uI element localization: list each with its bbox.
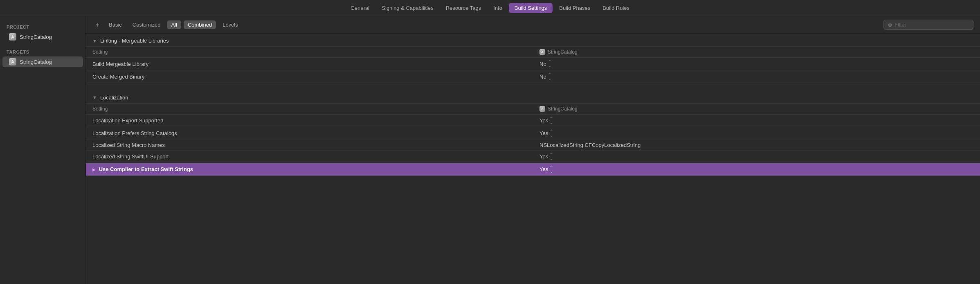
stepper-arrows[interactable]: ⌃⌄ bbox=[550, 153, 553, 161]
tab-build-phases[interactable]: Build Phases bbox=[553, 3, 596, 13]
table-row: Localization Export Supported Yes ⌃⌄ bbox=[86, 114, 980, 127]
stepper-arrows[interactable]: ⌃⌄ bbox=[548, 60, 551, 68]
setting-value: NSLocalizedString CFCopyLocalizedString bbox=[533, 140, 980, 150]
section-chevron-localization[interactable]: ▼ bbox=[92, 95, 97, 100]
col-header-setting-linking: Setting bbox=[86, 47, 533, 58]
content-area: + Basic Customized All Combined Levels ⊜… bbox=[86, 16, 980, 284]
filter-levels-button[interactable]: Levels bbox=[218, 20, 242, 29]
setting-value[interactable]: No ⌃⌄ bbox=[533, 58, 980, 70]
tab-build-settings[interactable]: Build Settings bbox=[509, 3, 553, 13]
expand-icon[interactable]: ▶ bbox=[92, 167, 96, 172]
setting-value[interactable]: Yes ⌃⌄ bbox=[533, 127, 980, 140]
tab-signing[interactable]: Signing & Capabilities bbox=[376, 3, 439, 13]
sidebar-target-label: StringCatalog bbox=[20, 59, 52, 65]
section-chevron-linking[interactable]: ▼ bbox=[92, 38, 97, 43]
setting-value[interactable]: No ⌃⌄ bbox=[533, 70, 980, 83]
setting-name: Localization Export Supported bbox=[86, 114, 533, 127]
col-target-label-localization: StringCatalog bbox=[548, 106, 578, 112]
section-header-localization: ▼ Localization bbox=[86, 90, 980, 104]
sidebar: PROJECT A StringCatalog TARGETS A String… bbox=[0, 16, 86, 284]
tab-info[interactable]: Info bbox=[488, 3, 508, 13]
filter-basic-button[interactable]: Basic bbox=[105, 20, 126, 29]
filter-combined-button[interactable]: Combined bbox=[184, 20, 216, 29]
sidebar-item-project[interactable]: A StringCatalog bbox=[2, 32, 83, 42]
table-row: Create Merged Binary No ⌃⌄ bbox=[86, 70, 980, 83]
table-row: Localized String Macro Names NSLocalized… bbox=[86, 140, 980, 150]
section-title-localization: Localization bbox=[100, 95, 128, 101]
targets-section-label: TARGETS bbox=[0, 47, 85, 56]
stepper-arrows[interactable]: ⌃⌄ bbox=[550, 129, 553, 137]
top-tab-bar: General Signing & Capabilities Resource … bbox=[0, 0, 980, 16]
stepper-arrows-highlighted[interactable]: ⌃⌄ bbox=[550, 165, 553, 174]
setting-value-highlighted[interactable]: Yes ⌃⌄ bbox=[533, 163, 980, 176]
setting-name-highlighted: ▶ Use Compiler to Extract Swift Strings bbox=[86, 163, 533, 176]
col-header-target-linking: A StringCatalog bbox=[533, 47, 980, 58]
section-gap bbox=[86, 83, 980, 90]
col-target-icon-linking: A bbox=[539, 49, 545, 55]
table-row: Localized String SwiftUI Support Yes ⌃⌄ bbox=[86, 150, 980, 163]
table-row-highlighted[interactable]: ▶ Use Compiler to Extract Swift Strings … bbox=[86, 163, 980, 176]
setting-name: Build Mergeable Library bbox=[86, 58, 533, 70]
settings-table-localization: Setting A StringCatalog Localization Exp… bbox=[86, 104, 980, 176]
filter-box: ⊜ bbox=[883, 20, 973, 30]
sidebar-project-label: StringCatalog bbox=[20, 34, 52, 40]
tab-resource-tags[interactable]: Resource Tags bbox=[440, 3, 487, 13]
toolbar: + Basic Customized All Combined Levels ⊜ bbox=[86, 16, 980, 34]
settings-content: ▼ Linking - Mergeable Libraries Setting … bbox=[86, 34, 980, 284]
table-row: Build Mergeable Library No ⌃⌄ bbox=[86, 58, 980, 70]
setting-value[interactable]: Yes ⌃⌄ bbox=[533, 150, 980, 163]
col-target-icon-localization: A bbox=[539, 106, 545, 112]
section-header-linking: ▼ Linking - Mergeable Libraries bbox=[86, 34, 980, 47]
project-section-label: PROJECT bbox=[0, 22, 85, 31]
project-app-icon: A bbox=[9, 33, 16, 41]
setting-name: Create Merged Binary bbox=[86, 70, 533, 83]
col-header-setting-localization: Setting bbox=[86, 104, 533, 115]
target-app-icon: A bbox=[9, 58, 16, 65]
col-header-target-localization: A StringCatalog bbox=[533, 104, 980, 115]
filter-customized-button[interactable]: Customized bbox=[128, 20, 165, 29]
filter-all-button[interactable]: All bbox=[167, 20, 181, 29]
col-target-label-linking: StringCatalog bbox=[548, 49, 578, 55]
add-button[interactable]: + bbox=[92, 20, 102, 30]
filter-input[interactable] bbox=[895, 22, 960, 28]
section-title-linking: Linking - Mergeable Libraries bbox=[100, 38, 169, 44]
sidebar-item-target[interactable]: A StringCatalog bbox=[2, 56, 83, 67]
stepper-arrows[interactable]: ⌃⌄ bbox=[548, 72, 551, 81]
setting-name: Localized String SwiftUI Support bbox=[86, 150, 533, 163]
main-layout: PROJECT A StringCatalog TARGETS A String… bbox=[0, 16, 980, 284]
stepper-arrows[interactable]: ⌃⌄ bbox=[550, 117, 553, 125]
setting-name: Localized String Macro Names bbox=[86, 140, 533, 150]
tab-build-rules[interactable]: Build Rules bbox=[597, 3, 635, 13]
filter-icon: ⊜ bbox=[888, 22, 892, 28]
setting-name: Localization Prefers String Catalogs bbox=[86, 127, 533, 140]
table-row: Localization Prefers String Catalogs Yes… bbox=[86, 127, 980, 140]
tab-general[interactable]: General bbox=[345, 3, 375, 13]
setting-value[interactable]: Yes ⌃⌄ bbox=[533, 114, 980, 127]
settings-table-linking: Setting A StringCatalog Build Mergeable … bbox=[86, 47, 980, 90]
